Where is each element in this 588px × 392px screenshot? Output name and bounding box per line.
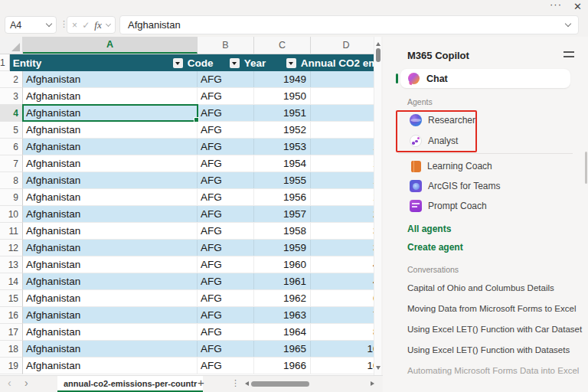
insert-function-icon[interactable]: fx: [94, 19, 101, 31]
cell-year[interactable]: 1961: [254, 273, 311, 289]
cell-annual-co2[interactable]: 109: [311, 358, 381, 374]
cell-entity[interactable]: Afghanistan: [23, 256, 198, 273]
cell-year[interactable]: 1963: [254, 307, 311, 323]
row-header[interactable]: 9: [0, 189, 23, 206]
cell-code[interactable]: AFG: [198, 290, 254, 306]
cell-annual-co2[interactable]: 70: [311, 307, 381, 323]
cell-annual-co2[interactable]: 10: [311, 139, 381, 155]
cell-annual-co2[interactable]: 9: [311, 105, 381, 121]
row-header[interactable]: 17: [0, 324, 23, 341]
sheet-tab[interactable]: annual-co2-emissions-per-countr: [57, 376, 203, 392]
header-cell-year[interactable]: Year: [241, 54, 298, 71]
agent-item[interactable]: Analyst: [383, 130, 588, 151]
column-header-a[interactable]: A: [23, 37, 198, 54]
cell-annual-co2[interactable]: 1: [311, 71, 381, 87]
cell-year[interactable]: 1966: [254, 358, 311, 374]
cell-code[interactable]: AFG: [198, 172, 254, 188]
cell-year[interactable]: 1949: [254, 71, 311, 87]
menu-icon[interactable]: [564, 51, 574, 58]
row-header[interactable]: 19: [0, 358, 23, 374]
cell-entity[interactable]: Afghanistan: [23, 324, 198, 340]
cell-year[interactable]: 1950: [254, 88, 311, 104]
row-header[interactable]: 4: [0, 105, 23, 122]
cell-entity[interactable]: Afghanistan: [23, 155, 198, 172]
cell-annual-co2[interactable]: 41: [311, 256, 381, 273]
cell-code[interactable]: AFG: [198, 105, 254, 121]
cell-annual-co2[interactable]: 18: [311, 189, 381, 205]
sheet-options-icon[interactable]: ⋮: [231, 378, 240, 388]
cell-code[interactable]: AFG: [198, 88, 254, 104]
create-agent-link[interactable]: Create agent: [407, 242, 463, 253]
scroll-down-icon[interactable]: [376, 366, 381, 372]
next-sheet-icon[interactable]: ›: [24, 377, 28, 389]
cell-code[interactable]: AFG: [198, 307, 254, 323]
cell-code[interactable]: AFG: [198, 273, 254, 289]
cell-year[interactable]: 1954: [254, 155, 311, 172]
cell-code[interactable]: AFG: [198, 358, 254, 374]
agent-item[interactable]: Researcher: [383, 109, 588, 130]
row-header[interactable]: 14: [0, 273, 23, 290]
cell-code[interactable]: AFG: [198, 122, 254, 138]
row-header[interactable]: 12: [0, 240, 23, 256]
scroll-right-icon[interactable]: [371, 381, 377, 386]
row-header[interactable]: 8: [0, 172, 23, 189]
add-sheet-button[interactable]: +: [198, 376, 204, 389]
cell-code[interactable]: AFG: [198, 324, 254, 340]
filter-dropdown-icon[interactable]: [286, 58, 296, 68]
horizontal-scrollbar-thumb[interactable]: [251, 381, 309, 387]
cell-annual-co2[interactable]: 9: [311, 122, 381, 138]
cell-year[interactable]: 1956: [254, 189, 311, 205]
cell-code[interactable]: AFG: [198, 206, 254, 222]
row-header[interactable]: 1: [0, 54, 10, 71]
close-icon[interactable]: ✕: [573, 1, 582, 12]
cell-entity[interactable]: Afghanistan: [23, 240, 198, 256]
scroll-left-icon[interactable]: [243, 381, 249, 386]
row-header[interactable]: 5: [0, 122, 23, 139]
cell-entity[interactable]: Afghanistan: [23, 223, 198, 239]
cell-year[interactable]: 1960: [254, 256, 311, 273]
sidebar-scrollbar-thumb[interactable]: [585, 152, 587, 184]
cell-annual-co2[interactable]: 15: [311, 172, 381, 188]
formula-input[interactable]: Afghanistan: [119, 15, 579, 34]
cell-year[interactable]: 1955: [254, 172, 311, 188]
cell-year[interactable]: 1957: [254, 206, 311, 222]
row-header[interactable]: 15: [0, 290, 23, 307]
cell-annual-co2[interactable]: 8: [311, 88, 381, 104]
row-header[interactable]: 3: [0, 88, 23, 105]
horizontal-scrollbar[interactable]: [241, 376, 378, 392]
cell-annual-co2[interactable]: 10: [311, 155, 381, 172]
cell-year[interactable]: 1962: [254, 290, 311, 306]
cell-year[interactable]: 1952: [254, 122, 311, 138]
column-header-b[interactable]: B: [198, 37, 254, 54]
row-header[interactable]: 7: [0, 155, 23, 172]
cell-code[interactable]: AFG: [198, 240, 254, 256]
select-all-button[interactable]: [0, 37, 23, 54]
cell-year[interactable]: 1959: [254, 240, 311, 256]
cell-year[interactable]: 1964: [254, 324, 311, 340]
expand-formula-bar-icon[interactable]: [565, 21, 571, 27]
cell-entity[interactable]: Afghanistan: [23, 71, 198, 87]
cell-code[interactable]: AFG: [198, 223, 254, 239]
row-header[interactable]: 11: [0, 223, 23, 240]
row-header[interactable]: 13: [0, 256, 23, 273]
cell-year[interactable]: 1951: [254, 105, 311, 121]
cell-code[interactable]: AFG: [198, 341, 254, 357]
cell-year[interactable]: 1965: [254, 341, 311, 357]
cell-entity[interactable]: Afghanistan: [23, 139, 198, 155]
cell-code[interactable]: AFG: [198, 71, 254, 87]
row-header[interactable]: 16: [0, 307, 23, 324]
cell-entity[interactable]: Afghanistan: [23, 307, 198, 323]
confirm-entry-icon[interactable]: ✓: [82, 20, 90, 31]
vertical-scrollbar[interactable]: [374, 37, 381, 375]
filter-dropdown-icon[interactable]: [173, 58, 183, 68]
conversation-item[interactable]: Capital of Ohio and Columbus Details: [383, 277, 588, 298]
cell-entity[interactable]: Afghanistan: [23, 290, 198, 306]
previous-sheet-icon[interactable]: ‹: [8, 377, 11, 389]
cell-entity[interactable]: Afghanistan: [23, 189, 198, 205]
row-header[interactable]: 2: [0, 71, 23, 88]
cell-entity[interactable]: Afghanistan: [23, 358, 198, 374]
cell-annual-co2[interactable]: 38: [311, 240, 381, 256]
cell-code[interactable]: AFG: [198, 189, 254, 205]
chat-nav-item[interactable]: Chat: [400, 69, 570, 88]
all-agents-link[interactable]: All agents: [407, 224, 451, 234]
